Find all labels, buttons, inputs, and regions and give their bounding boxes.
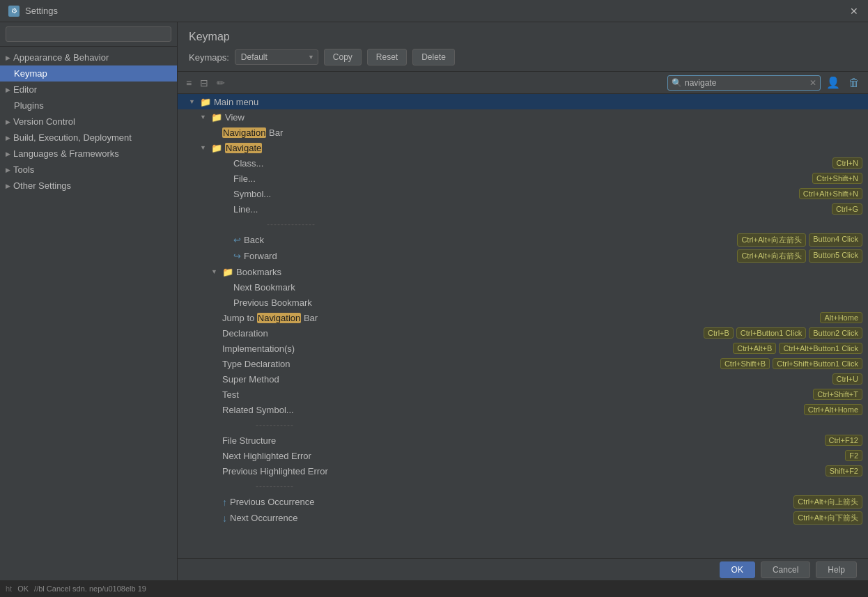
- sidebar-item-version-control[interactable]: ▶ Version Control: [0, 114, 177, 130]
- sidebar-item-build[interactable]: ▶ Build, Execution, Deployment: [0, 130, 177, 146]
- tree-item-next-occurrence[interactable]: ↓ Next Occurrence Ctrl+Alt+向下箭头: [178, 510, 868, 526]
- folder-icon: 📁: [211, 112, 222, 123]
- up-arrow-icon: ↑: [222, 497, 227, 508]
- keymaps-label: Keymaps:: [189, 52, 229, 63]
- search-input[interactable]: [667, 75, 821, 91]
- sidebar-item-other[interactable]: ▶ Other Settings: [0, 178, 177, 194]
- tree-item-label: Navigation Bar: [222, 127, 862, 138]
- shortcut-badges: Ctrl+F12: [825, 435, 863, 446]
- sidebar-item-plugins[interactable]: Plugins: [0, 98, 177, 114]
- shortcut-badges: Shift+F2: [826, 465, 862, 476]
- tree-item-label: File Structure: [222, 435, 825, 446]
- tree-item-prev-occurrence[interactable]: ↑ Previous Occurrence Ctrl+Alt+向上箭头: [178, 494, 868, 510]
- collapse-all-button[interactable]: ⊟: [197, 76, 211, 90]
- folder-icon: 📁: [200, 97, 211, 107]
- expand-all-button[interactable]: ≡: [183, 76, 194, 90]
- tree-item-next-bookmark[interactable]: Next Bookmark: [178, 279, 868, 295]
- tree-item-forward[interactable]: ↪ Forward Ctrl+Alt+向右箭头 Button5 Click: [178, 248, 868, 264]
- shortcut-badge: Ctrl+B: [704, 327, 734, 339]
- keymap-select[interactable]: Default: [235, 49, 318, 65]
- arrow-icon: ▶: [6, 150, 10, 157]
- tree-item-label: Previous Highlighted Error: [222, 466, 826, 476]
- arrow-icon: ▶: [6, 183, 10, 189]
- shortcut-badge: F2: [845, 450, 862, 461]
- tree-item-prev-error[interactable]: Previous Highlighted Error Shift+F2: [178, 463, 868, 479]
- tree-item-file-structure[interactable]: File Structure Ctrl+F12: [178, 433, 868, 448]
- search-trash-icon[interactable]: 🗑: [846, 75, 862, 91]
- tree-item-test[interactable]: Test Ctrl+Shift+T: [178, 387, 868, 402]
- tree-item-file[interactable]: File... Ctrl+Shift+N: [178, 171, 868, 186]
- sidebar-item-languages[interactable]: ▶ Languages & Frameworks: [0, 146, 177, 162]
- tree-item-label: Type Declaration: [222, 359, 720, 369]
- tree-item-symbol[interactable]: Symbol... Ctrl+Alt+Shift+N: [178, 186, 868, 201]
- tree-item-back[interactable]: ↩ Back Ctrl+Alt+向左箭头 Button4 Click: [178, 232, 868, 248]
- search-clear-icon[interactable]: ✕: [809, 78, 816, 88]
- edit-button[interactable]: ✏: [214, 76, 228, 90]
- search-user-icon[interactable]: 👤: [823, 75, 843, 91]
- shortcut-badge: Ctrl+Alt+向下箭头: [793, 511, 862, 525]
- sidebar-item-tools[interactable]: ▶ Tools: [0, 162, 177, 178]
- sidebar-item-label: Build, Execution, Deployment: [13, 132, 132, 143]
- shortcut-badges: Ctrl+Alt+Shift+N: [799, 188, 862, 199]
- tree-item-label: Navigate: [225, 143, 862, 153]
- sidebar-item-keymap[interactable]: Keymap: [0, 65, 177, 82]
- shortcut-badges: Ctrl+Alt+向右箭头 Button5 Click: [737, 249, 862, 263]
- shortcut-badge: Ctrl+Shift+N: [812, 173, 862, 184]
- shortcut-badge: Ctrl+Alt+向上箭头: [793, 495, 862, 509]
- tree-item-view[interactable]: ▼ 📁 View: [178, 109, 868, 125]
- tree-item-type-decl[interactable]: Type Declaration Ctrl+Shift+B Ctrl+Shift…: [178, 356, 868, 371]
- tree-item-jump-nav[interactable]: Jump to Navigation Bar Alt+Home: [178, 310, 868, 325]
- cancel-button[interactable]: Cancel: [761, 561, 810, 578]
- search-icon: 🔍: [672, 78, 682, 88]
- shortcut-badge: Alt+Home: [820, 312, 862, 323]
- tree-item-label: File...: [233, 173, 812, 184]
- down-arrow-icon: ↓: [222, 513, 227, 524]
- reset-button[interactable]: Reset: [367, 49, 407, 65]
- sidebar-item-appearance[interactable]: ▶ Appearance & Behavior: [0, 49, 177, 65]
- tree-item-navigation-bar[interactable]: Navigation Bar: [178, 125, 868, 140]
- ok-button[interactable]: OK: [720, 561, 755, 578]
- tree-item-declaration[interactable]: Declaration Ctrl+B Ctrl+Button1 Click Bu…: [178, 325, 868, 341]
- arrow-icon: ▶: [6, 118, 10, 125]
- sidebar-search-area: [0, 22, 177, 47]
- settings-window: ⚙ Settings ✕ ▶ Appearance & Behavior Key…: [0, 0, 868, 597]
- close-button[interactable]: ✕: [848, 6, 860, 17]
- folder-icon: 📁: [222, 267, 233, 277]
- tree-item-label: View: [225, 112, 862, 123]
- copy-button[interactable]: Copy: [324, 49, 362, 65]
- bottom-bar: OK Cancel Help: [178, 558, 868, 580]
- tree-item-prev-bookmark[interactable]: Previous Bookmark: [178, 295, 868, 310]
- tree-item-implementation[interactable]: Implementation(s) Ctrl+Alt+B Ctrl+Alt+Bu…: [178, 341, 868, 356]
- shortcut-badge: Ctrl+Alt+向右箭头: [737, 249, 806, 263]
- tree-item-line[interactable]: Line... Ctrl+G: [178, 201, 868, 217]
- tree-item-next-error[interactable]: Next Highlighted Error F2: [178, 448, 868, 463]
- divider: -----------: [211, 419, 339, 431]
- tree-item-label: Implementation(s): [222, 343, 733, 354]
- search-box: 🔍 ✕: [667, 75, 821, 91]
- shortcut-badge: Ctrl+N: [832, 157, 862, 169]
- sidebar-search-input[interactable]: [6, 26, 171, 42]
- tree-item-related-symbol[interactable]: Related Symbol... Ctrl+Alt+Home: [178, 402, 868, 417]
- tree-item-navigate[interactable]: ▼ 📁 Navigate: [178, 140, 868, 155]
- tree-item-label: Previous Bookmark: [233, 297, 862, 308]
- shortcut-badges: Ctrl+N: [832, 157, 862, 169]
- status-bar: ht OK //bl Cancel sdn. nep/u0108elb 19: [0, 580, 868, 597]
- sidebar-item-label: Version Control: [13, 116, 75, 127]
- tree-area[interactable]: ▼ 📁 Main menu ▼ 📁 View Navigation Bar: [178, 94, 868, 558]
- delete-button[interactable]: Delete: [412, 49, 455, 65]
- help-button[interactable]: Help: [816, 561, 857, 578]
- folder-icon: 📁: [211, 143, 222, 153]
- tree-item-bookmarks[interactable]: ▼ 📁 Bookmarks: [178, 264, 868, 279]
- tree-item-super-method[interactable]: Super Method Ctrl+U: [178, 371, 868, 387]
- sidebar-item-label: Plugins: [14, 100, 44, 111]
- highlight-span: Navigation: [257, 313, 301, 323]
- highlight-span: Navigate: [225, 143, 262, 153]
- tree-item-main-menu[interactable]: ▼ 📁 Main menu: [178, 94, 868, 109]
- shortcut-badges: F2: [845, 450, 862, 461]
- arrow-icon: ▶: [6, 134, 10, 141]
- sidebar-item-editor[interactable]: ▶ Editor: [0, 82, 177, 98]
- shortcut-badges: Ctrl+G: [832, 203, 862, 215]
- tree-item-label: Super Method: [222, 374, 832, 385]
- shortcut-badge: Shift+F2: [826, 465, 862, 476]
- tree-item-class[interactable]: Class... Ctrl+N: [178, 155, 868, 171]
